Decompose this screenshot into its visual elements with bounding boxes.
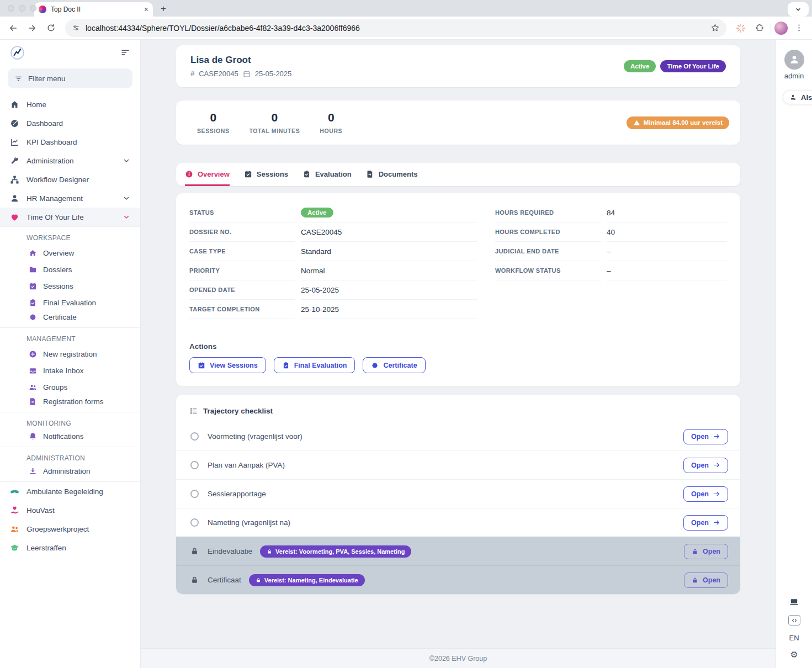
lock-icon xyxy=(692,548,698,555)
address-bar[interactable]: localhost:44334/Sphere/TOYL/Dossier/a6cb… xyxy=(65,19,726,37)
sidebar-item-overview[interactable]: Overview xyxy=(0,245,140,261)
final-evaluation-button[interactable]: Final Evaluation xyxy=(274,357,355,373)
extension-starburst-icon[interactable] xyxy=(733,23,749,33)
stat-label: SESSIONS xyxy=(197,128,229,134)
close-window-button[interactable] xyxy=(8,5,14,12)
sidebar-item-leerstraffen[interactable]: Leerstraffen xyxy=(0,538,140,557)
code-icon[interactable] xyxy=(788,615,800,625)
sidebar-item-certificate[interactable]: Certificate xyxy=(0,311,140,327)
document-icon xyxy=(366,170,374,178)
unchecked-circle-icon xyxy=(190,432,199,441)
sidebar-item-groups[interactable]: Groups xyxy=(0,379,140,395)
filter-menu-input[interactable] xyxy=(28,75,126,83)
dev-tools-rail: EN ⚙ xyxy=(776,597,812,659)
user-name: admin xyxy=(776,72,812,80)
lock-icon xyxy=(190,576,199,584)
forward-button[interactable] xyxy=(24,23,40,33)
person-icon xyxy=(789,54,800,65)
tab-favicon-icon xyxy=(39,6,46,13)
calendar-check-icon xyxy=(29,282,37,290)
sidebar-item-ambulante-begeleiding[interactable]: Ambulante Begeleiding xyxy=(0,482,140,501)
detail-label: DOSSIER NO. xyxy=(189,222,295,242)
browser-menu-icon[interactable] xyxy=(791,23,806,33)
user-avatar[interactable] xyxy=(784,50,804,70)
sidebar-item-hr-management[interactable]: HR Management xyxy=(0,189,140,208)
sidebar-item-new-registration[interactable]: New registration xyxy=(0,346,140,362)
tab-documents[interactable]: Documents xyxy=(366,163,418,186)
sidebar-item-home[interactable]: Home xyxy=(0,95,140,114)
right-panel: admin Als: T EN ⚙ xyxy=(776,40,812,668)
arrow-right-icon xyxy=(713,462,720,469)
plus-circle-icon xyxy=(29,350,37,358)
sidebar-item-workflow-designer[interactable]: Workflow Designer xyxy=(0,170,140,189)
sidebar-item-label: HouVast xyxy=(26,506,55,515)
impersonate-button[interactable]: Als: T xyxy=(783,90,812,104)
open-nameting-button[interactable]: Open xyxy=(683,515,728,531)
sidebar-item-kpi-dashboard[interactable]: KPI Dashboard xyxy=(0,132,140,151)
tab-overview[interactable]: Overview xyxy=(185,163,230,186)
tab-search-button[interactable] xyxy=(788,2,809,17)
open-sessierapportage-button[interactable]: Open xyxy=(683,486,728,502)
tab-close-icon[interactable]: × xyxy=(144,6,148,13)
graduation-cap-icon xyxy=(10,543,19,553)
language-switcher[interactable]: EN xyxy=(789,634,799,642)
reload-button[interactable] xyxy=(43,23,59,33)
sidebar-item-notifications[interactable]: Notifications xyxy=(0,430,140,447)
sidebar-item-dossiers[interactable]: Dossiers xyxy=(0,261,140,278)
back-button[interactable] xyxy=(6,23,21,33)
sidebar-item-time-of-your-life[interactable]: Time Of Your Life xyxy=(0,208,140,226)
overview-detail-card: STATUS Active DOSSIER NO. CASE20045 CASE… xyxy=(176,193,740,386)
open-certificaat-button-locked[interactable]: Open xyxy=(684,572,728,588)
bookmark-star-icon[interactable] xyxy=(710,23,720,33)
sidebar-item-label: Time Of Your Life xyxy=(26,213,84,221)
browser-tab[interactable]: Top Doc II × xyxy=(34,2,153,17)
sidebar-item-administration-sub[interactable]: Administration xyxy=(0,465,140,481)
stat-hours: 0 HOURS xyxy=(310,111,352,134)
sidebar-item-dashboard[interactable]: Dashboard xyxy=(0,114,140,132)
sidebar-item-label: Groups xyxy=(43,383,67,391)
button-label: Open xyxy=(703,576,720,584)
sidebar-item-registration-forms[interactable]: Registration forms xyxy=(0,395,140,412)
filter-menu-box[interactable] xyxy=(8,68,132,88)
minimize-window-button[interactable] xyxy=(19,5,25,12)
detail-row-opened-date: OPENED DATE 25-05-2025 xyxy=(189,280,477,300)
maximize-window-button[interactable] xyxy=(30,5,36,12)
laptop-icon[interactable] xyxy=(789,597,799,607)
open-voormeting-button[interactable]: Open xyxy=(683,429,728,444)
copyright-text: ©2026 EHV Group xyxy=(429,655,487,662)
sidebar-item-administration[interactable]: Administration xyxy=(0,151,140,170)
sidebar-collapse-button[interactable] xyxy=(120,47,130,57)
detail-label: JUDICIAL END DATE xyxy=(495,242,601,261)
tab-evaluation[interactable]: Evaluation xyxy=(302,163,352,186)
open-eindevaluatie-button-locked[interactable]: Open xyxy=(684,544,728,559)
browser-profile-avatar[interactable] xyxy=(774,22,788,35)
button-label: Open xyxy=(691,519,709,527)
new-tab-button[interactable]: + xyxy=(161,3,166,14)
sidebar-item-intake-inbox[interactable]: Intake Inbox xyxy=(0,362,140,379)
gear-icon[interactable]: ⚙ xyxy=(790,650,798,659)
checklist-item-label: Nameting (vragenlijst na) xyxy=(208,518,290,527)
open-pva-button[interactable]: Open xyxy=(683,458,728,473)
sidebar-item-groepswerkproject[interactable]: Groepswerkproject xyxy=(0,519,140,538)
calendar-check-icon xyxy=(244,170,252,178)
certificate-button[interactable]: Certificate xyxy=(363,357,425,373)
person-icon xyxy=(10,194,19,203)
lock-icon xyxy=(267,549,272,554)
sidebar-item-sessions[interactable]: Sessions xyxy=(0,278,140,294)
extensions-puzzle-icon[interactable] xyxy=(752,23,767,33)
sidebar-item-final-evaluation[interactable]: Final Evaluation xyxy=(0,294,140,311)
browser-window: Top Doc II × + localhost:44334/Sphere/TO… xyxy=(0,0,812,668)
case-date: 25-05-2025 xyxy=(255,70,292,78)
view-sessions-button[interactable]: View Sessions xyxy=(189,357,266,373)
impersonate-person-icon xyxy=(790,94,797,101)
sidebar-item-label: Intake Inbox xyxy=(43,367,84,375)
site-info-icon[interactable] xyxy=(72,24,80,32)
tab-sessions[interactable]: Sessions xyxy=(244,163,288,186)
sidebar-item-houvast[interactable]: HouVast xyxy=(0,501,140,519)
checklist-icon xyxy=(189,407,198,415)
unchecked-circle-icon xyxy=(190,461,199,469)
detail-value: 25-05-2025 xyxy=(301,280,477,300)
checklist-item-label: Plan van Aanpak (PVA) xyxy=(208,461,285,469)
checklist-row-certificaat-locked: Certificaat Vereist: Nameting, Eindevalu… xyxy=(176,565,740,594)
bell-icon xyxy=(29,432,37,441)
